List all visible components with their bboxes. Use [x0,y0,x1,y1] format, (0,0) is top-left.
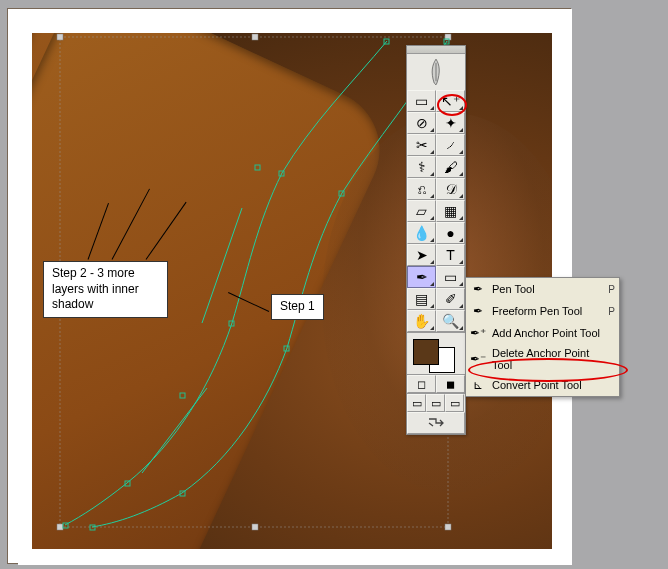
flyout-shortcut: P [608,284,615,295]
flyout-label: Pen Tool [492,283,602,295]
callout-step1: Step 1 [271,294,324,320]
freeform-pen-tool-item[interactable]: ✒Freeform Pen ToolP [466,300,619,322]
pen-icon: ✒ [470,281,486,297]
lasso-tool[interactable]: ⊘ [407,112,436,134]
slice-tool[interactable]: ⟋ [436,134,465,156]
standard-mode-button[interactable]: ◻ [407,375,436,393]
svg-rect-12 [444,39,449,44]
color-swatches[interactable] [407,332,465,374]
flyout-label: Add Anchor Point Tool [492,327,609,339]
callout-step2: Step 2 - 3 more layers with inner shadow [43,261,168,318]
pen-icon: ✒ [470,303,486,319]
eraser-tool[interactable]: ▱ [407,200,436,222]
zoom-tool[interactable]: 🔍 [436,310,465,332]
svg-rect-7 [252,524,258,530]
svg-rect-11 [384,39,389,44]
crop-tool[interactable]: ✂ [407,134,436,156]
hand-tool[interactable]: ✋ [407,310,436,332]
foreground-color-swatch[interactable] [413,339,439,365]
flyout-shortcut: P [608,306,615,317]
gradient-tool[interactable]: ▦ [436,200,465,222]
pen-tool-flyout[interactable]: ✒Pen ToolP✒Freeform Pen ToolP✒⁺Add Ancho… [465,277,620,397]
pen-tool[interactable]: ✒ [407,266,436,288]
flyout-label: Convert Point Tool [492,379,609,391]
pen-icon: ✒⁻ [470,351,486,367]
tools-palette[interactable]: ▭↖⁺⊘✦✂⟋⚕🖌⎌𝒟▱▦💧●➤T✒▭▤✐✋🔍 ◻ ◼ ▭ ▭ ▭ [406,45,466,435]
notes-tool[interactable]: ▤ [407,288,436,310]
screen-full-menu-button[interactable]: ▭ [426,394,445,412]
screen-standard-button[interactable]: ▭ [407,394,426,412]
palette-drag-handle[interactable] [407,46,465,54]
shape-tool[interactable]: ▭ [436,266,465,288]
quickmask-mode-button[interactable]: ◼ [436,375,465,393]
flyout-label: Freeform Pen Tool [492,305,602,317]
clone-stamp-tool[interactable]: ⎌ [407,178,436,200]
path-selection-tool[interactable]: ➤ [407,244,436,266]
marquee-tool[interactable]: ▭ [407,90,436,112]
healing-brush-tool[interactable]: ⚕ [407,156,436,178]
move-tool[interactable]: ↖⁺ [436,90,465,112]
svg-rect-3 [445,34,451,40]
jump-to-imageready-button[interactable] [407,412,465,434]
pen-tool-item[interactable]: ✒Pen ToolP [466,278,619,300]
type-tool[interactable]: T [436,244,465,266]
delete-anchor-point-tool-item[interactable]: ✒⁻Delete Anchor Point Tool [466,344,619,374]
convert-point-tool-item[interactable]: ⊾Convert Point Tool [466,374,619,396]
history-brush-tool[interactable]: 𝒟 [436,178,465,200]
add-anchor-point-tool-item[interactable]: ✒⁺Add Anchor Point Tool [466,322,619,344]
svg-rect-2 [252,34,258,40]
dodge-tool[interactable]: ● [436,222,465,244]
app-logo [407,54,465,90]
brush-tool[interactable]: 🖌 [436,156,465,178]
svg-rect-8 [445,524,451,530]
blur-tool[interactable]: 💧 [407,222,436,244]
eyedropper-tool[interactable]: ✐ [436,288,465,310]
pen-icon: ⊾ [470,377,486,393]
screen-full-button[interactable]: ▭ [445,394,464,412]
magic-wand-tool[interactable]: ✦ [436,112,465,134]
pen-icon: ✒⁺ [470,325,486,341]
flyout-label: Delete Anchor Point Tool [492,347,609,371]
